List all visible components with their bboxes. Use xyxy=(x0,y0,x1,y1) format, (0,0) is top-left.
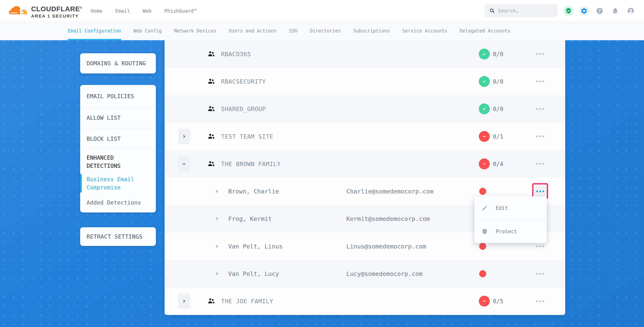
search-box[interactable] xyxy=(485,4,558,17)
expand-group-button[interactable] xyxy=(178,294,190,309)
tab-directories[interactable]: Directories xyxy=(310,22,341,40)
pencil-icon xyxy=(481,205,488,211)
sidebar-card-domains-routing[interactable]: DOMAINS & ROUTING xyxy=(80,53,156,73)
chevron-right-icon xyxy=(215,271,220,277)
tab-email-configuration[interactable]: Email Configuration xyxy=(68,22,121,40)
sidebar-item-business-email-compromise[interactable]: Business Email Compromise xyxy=(80,174,156,192)
group-icon xyxy=(207,160,216,168)
chevron-right-icon xyxy=(215,216,220,221)
primary-nav: Home Email Web PhishGuard™ xyxy=(91,0,196,22)
brand-area1: AREA 1 SECURITY xyxy=(31,13,82,19)
status-blocked-badge xyxy=(479,296,490,307)
chevron-right-icon xyxy=(182,299,186,304)
tab-web-config[interactable]: Web Config xyxy=(134,22,162,40)
row-menu-button[interactable] xyxy=(534,295,546,308)
row-context-menu: Edit Protect xyxy=(474,196,547,243)
cloudflare-logo-icon xyxy=(8,1,30,20)
secondary-nav: Email Configuration Web Config Network D… xyxy=(0,22,644,40)
brand-cloudflare: CLOUDFLARE® xyxy=(31,3,82,13)
group-name: TEST TEAM SITE xyxy=(221,133,273,140)
table-row-group: RBACO365 0/0 xyxy=(164,40,565,68)
collapse-group-button[interactable] xyxy=(178,156,190,171)
notifications-button[interactable] xyxy=(610,6,620,16)
table-row-group: THE JOE FAMILY 0/5 xyxy=(164,288,565,315)
status-ok-badge xyxy=(479,49,490,59)
tab-delegated-accounts[interactable]: Delegated Accounts xyxy=(460,22,510,40)
protection-status-button[interactable] xyxy=(564,6,574,16)
groups-table: RBACO365 0/0 RBACSECURITY 0/0 xyxy=(164,40,565,315)
chevron-right-icon xyxy=(182,134,186,139)
help-icon: ? xyxy=(596,7,603,14)
status-ok-badge xyxy=(479,76,490,87)
table-row-group: THE BROWN FAMILY 0/4 xyxy=(164,150,565,178)
user-avatar-icon xyxy=(627,7,634,14)
nav-email[interactable]: Email xyxy=(115,8,130,14)
row-menu-button-active[interactable] xyxy=(534,185,546,198)
protected-count: 0/0 xyxy=(493,50,503,57)
row-menu-button[interactable] xyxy=(534,267,546,280)
sidebar-item-enhanced-detections[interactable]: ENHANCED DETECTIONS xyxy=(80,149,156,174)
table-row-user: Van Pelt, Lucy Lucy@somedemocorp.com xyxy=(164,260,565,287)
svg-text:?: ? xyxy=(598,8,601,13)
user-email: Linus@somedemocorp.com xyxy=(346,243,426,250)
sidebar-item-allow-list[interactable]: ALLOW LIST xyxy=(80,107,156,128)
gear-icon xyxy=(580,7,588,14)
minus-icon xyxy=(482,161,487,167)
row-menu-button[interactable] xyxy=(534,130,546,143)
protected-count: 0/0 xyxy=(493,106,503,112)
menu-item-protect[interactable]: Protect xyxy=(474,220,547,243)
protected-count: 0/0 xyxy=(493,78,503,85)
header-icon-group: ? xyxy=(564,0,636,22)
nav-web[interactable]: Web xyxy=(142,8,151,14)
sidebar-item-email-policies[interactable]: EMAIL POLICIES xyxy=(80,85,156,107)
status-dot xyxy=(479,270,486,277)
table-row-group: SHARED_GROUP 0/0 xyxy=(164,95,565,123)
sidebar-card-retract-settings[interactable]: RETRACT SETTINGS xyxy=(80,227,156,246)
user-name: Van Pelt, Lucy xyxy=(228,270,279,277)
group-name: RBACSECURITY xyxy=(221,78,266,85)
expand-group-button[interactable] xyxy=(178,129,190,144)
chevron-right-icon xyxy=(215,244,220,249)
area1-security-app: { "colors": { "accent_blue": "#29abe2", … xyxy=(0,0,644,327)
retract-settings-label: RETRACT SETTINGS xyxy=(86,233,142,240)
group-icon xyxy=(207,105,216,113)
sidebar-item-added-detections[interactable]: Added Detections xyxy=(80,192,156,213)
user-name: Frog, Kermit xyxy=(228,215,272,222)
account-button[interactable] xyxy=(626,6,636,16)
group-icon xyxy=(207,297,216,305)
tab-subscriptions[interactable]: Subscriptions xyxy=(353,22,390,40)
row-menu-button[interactable] xyxy=(534,75,546,88)
help-button[interactable]: ? xyxy=(594,6,605,16)
check-icon xyxy=(482,106,487,112)
bell-icon xyxy=(612,7,619,14)
status-ok-badge xyxy=(479,103,490,114)
group-name: RBACO365 xyxy=(221,50,251,57)
tab-service-accounts[interactable]: Service Accounts xyxy=(402,22,447,40)
group-name: SHARED_GROUP xyxy=(221,105,266,112)
user-email: Charlie@somedemocorp.com xyxy=(346,188,434,195)
row-menu-button[interactable] xyxy=(534,48,546,60)
user-name: Van Pelt, Linus xyxy=(228,243,283,250)
user-email: Lucy@somedemocorp.com xyxy=(346,270,422,277)
app-header: CLOUDFLARE® AREA 1 SECURITY Home Email W… xyxy=(0,0,644,22)
tab-sso[interactable]: SSO xyxy=(289,22,297,40)
nav-home[interactable]: Home xyxy=(91,8,102,14)
domains-routing-label: DOMAINS & ROUTING xyxy=(86,60,146,67)
tab-users-and-actions[interactable]: Users and Actions xyxy=(229,22,277,40)
minus-icon xyxy=(482,134,487,139)
check-icon xyxy=(482,79,487,84)
search-input[interactable] xyxy=(498,8,552,13)
nav-phishguard[interactable]: PhishGuard™ xyxy=(164,8,197,14)
status-blocked-badge xyxy=(479,131,490,142)
table-row-group: TEST TEAM SITE 0/1 xyxy=(164,123,565,150)
settings-button[interactable] xyxy=(579,6,589,16)
row-menu-button[interactable] xyxy=(534,102,546,115)
status-dot xyxy=(479,243,486,250)
group-icon xyxy=(207,133,216,140)
protected-count: 0/5 xyxy=(493,298,503,305)
sidebar-item-block-list[interactable]: BLOCK LIST xyxy=(80,128,156,149)
minus-icon xyxy=(482,299,487,304)
menu-item-edit[interactable]: Edit xyxy=(474,196,547,220)
tab-network-devices[interactable]: Network Devices xyxy=(174,22,216,40)
row-menu-button[interactable] xyxy=(534,157,546,170)
